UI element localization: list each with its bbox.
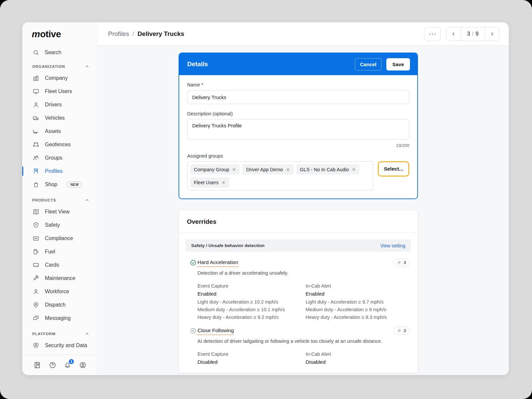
- remove-group-icon[interactable]: [232, 168, 236, 172]
- override-settings-badge[interactable]: 3: [393, 258, 410, 267]
- override-name[interactable]: Close Following: [198, 328, 234, 335]
- new-badge: NEW: [67, 182, 82, 188]
- sidebar-item-dispatch[interactable]: Dispatch: [22, 298, 97, 312]
- sidebar-item-label: Fleet View: [45, 209, 69, 215]
- map-icon: [33, 208, 39, 215]
- sidebar-item-safety[interactable]: Safety: [22, 218, 97, 232]
- sidebar-search[interactable]: Search: [22, 48, 97, 58]
- assigned-groups-box[interactable]: Company Group Driver App Demo GLS - No I…: [187, 161, 373, 191]
- threshold-line: Light duty - Acceleration ≥ 9.7 mph/s: [306, 299, 418, 305]
- sidebar-item-compliance[interactable]: Compliance: [22, 232, 97, 245]
- group-chip: Fleet Users: [190, 177, 229, 188]
- remove-group-icon[interactable]: [286, 168, 290, 172]
- name-field[interactable]: [187, 90, 409, 104]
- sidebar-item-workforce[interactable]: Workforce: [22, 285, 97, 298]
- help-icon[interactable]: [49, 361, 56, 369]
- incab-alert-label: In-Cab Alert: [306, 283, 418, 289]
- sidebar-item-cards[interactable]: Cards: [22, 258, 97, 272]
- gear-icon: [397, 329, 401, 333]
- override-description: Detection of a driver accelerating unsaf…: [179, 270, 418, 276]
- topbar-controls: ··· 3 / 9: [424, 27, 499, 41]
- sidebar-item-groups[interactable]: Groups: [22, 151, 97, 165]
- chevron-up-icon: [85, 332, 89, 336]
- chevron-up-icon: [85, 65, 89, 68]
- sidebar-item-label: Messaging: [45, 315, 70, 321]
- breadcrumb-profiles[interactable]: Profiles: [108, 30, 129, 38]
- details-panel: Details Cancel Save Name * Description (…: [179, 53, 418, 199]
- notifications-bell-icon[interactable]: 1: [64, 361, 71, 369]
- override-name[interactable]: Hard Acceleration: [198, 259, 238, 267]
- search-label: Search: [45, 50, 62, 56]
- sidebar-item-security-and-data[interactable]: Security and Data: [22, 339, 97, 352]
- credit-card-icon: [33, 262, 39, 268]
- company-icon: [33, 75, 39, 81]
- sidebar-item-geofences[interactable]: Geofences: [22, 138, 97, 151]
- account-icon[interactable]: [79, 361, 86, 369]
- sidebar-item-label: Security and Data: [45, 342, 87, 348]
- description-field[interactable]: Delivery Trucks Profile: [187, 119, 409, 140]
- section-organization[interactable]: ORGANIZATION: [22, 62, 97, 71]
- incab-alert-column: In-Cab Alert Enabled Light duty - Accele…: [306, 283, 418, 320]
- profiles-icon: [33, 168, 39, 175]
- disabled-x-icon: [190, 328, 197, 334]
- sidebar-item-label: Dispatch: [45, 302, 66, 308]
- desktop-background: mmotiveotive Search ORGANIZATION Company…: [0, 0, 532, 399]
- event-capture-column: Event Capture Enabled Light duty - Accel…: [198, 283, 306, 320]
- sidebar-item-fleet-users[interactable]: Fleet Users: [22, 85, 97, 98]
- sidebar-item-drivers[interactable]: Drivers: [22, 98, 97, 111]
- sidebar-item-fuel[interactable]: Fuel: [22, 245, 97, 258]
- notification-count-badge: 1: [68, 358, 74, 365]
- select-groups-button[interactable]: Select...: [378, 161, 409, 177]
- sidebar-item-vehicles[interactable]: Vehicles: [22, 111, 97, 125]
- threshold-line: Heavy duty - Acceleration ≥ 8.3 mph/s: [306, 315, 418, 320]
- logbook-icon[interactable]: [34, 361, 41, 369]
- event-capture-label: Event Capture: [198, 283, 306, 289]
- chart-icon: [33, 235, 39, 242]
- sidebar-item-label: Geofences: [45, 142, 70, 148]
- threshold-line: Medium duty - Acceleration ≥ 10.1 mph/s: [198, 307, 306, 312]
- save-button[interactable]: Save: [386, 58, 410, 70]
- threshold-line: Heavy duty - Acceleration ≥ 9.2 mph/s: [198, 315, 306, 320]
- incab-alert-label: In-Cab Alert: [306, 351, 418, 357]
- remove-group-icon[interactable]: [352, 168, 356, 172]
- event-capture-column: Event Capture Disabled: [198, 351, 306, 365]
- safety-section-label: Safety / Unsafe behavior detection: [191, 243, 265, 248]
- cancel-button[interactable]: Cancel: [355, 58, 382, 70]
- sidebar-item-assets[interactable]: Assets: [22, 125, 97, 138]
- pager-current: 3: [467, 31, 470, 37]
- char-counter: 23/200: [187, 143, 409, 148]
- remove-group-icon[interactable]: [221, 181, 225, 185]
- section-label: ORGANIZATION: [32, 65, 65, 68]
- topbar: Profiles / Delivery Trucks ··· 3 / 9: [98, 22, 509, 46]
- sidebar-item-label: Assets: [45, 128, 61, 134]
- view-setting-link[interactable]: View setting: [380, 243, 405, 248]
- override-settings-count: 3: [403, 260, 406, 265]
- sidebar-item-label: Groups: [45, 155, 62, 161]
- section-label: PLATFORM: [32, 332, 56, 336]
- next-profile-button[interactable]: [485, 27, 499, 41]
- sidebar-item-maintenance[interactable]: Maintenance: [22, 272, 97, 285]
- section-platform[interactable]: PLATFORM: [22, 329, 97, 339]
- more-actions-button[interactable]: ···: [424, 27, 441, 41]
- incab-alert-value: Enabled: [306, 291, 418, 297]
- group-chip: GLS - No In Cab Audio: [296, 164, 360, 175]
- search-icon: [33, 49, 39, 56]
- sidebar-item-messaging[interactable]: Messaging: [22, 312, 97, 325]
- details-header: Details Cancel Save: [179, 53, 417, 75]
- event-capture-value: Enabled: [198, 291, 306, 297]
- event-capture-value: Disabled: [198, 359, 306, 365]
- sidebar-item-label: Workforce: [45, 289, 69, 295]
- description-label: Description (optional): [187, 111, 409, 116]
- sidebar-item-shop[interactable]: Shop NEW: [22, 178, 97, 191]
- section-products[interactable]: PRODUCTS: [22, 195, 97, 205]
- sidebar-item-label: Safety: [45, 222, 60, 228]
- trailer-icon: [33, 128, 39, 135]
- previous-profile-button[interactable]: [447, 27, 461, 41]
- sidebar: mmotiveotive Search ORGANIZATION Company…: [22, 22, 97, 375]
- sidebar-item-label: Profiles: [45, 168, 63, 174]
- sidebar-item-profiles[interactable]: Profiles: [22, 165, 97, 178]
- sidebar-item-fleet-view[interactable]: Fleet View: [22, 205, 97, 218]
- sidebar-item-label: Compliance: [45, 235, 73, 241]
- sidebar-item-company[interactable]: Company: [22, 71, 97, 85]
- override-settings-badge[interactable]: 3: [393, 327, 410, 335]
